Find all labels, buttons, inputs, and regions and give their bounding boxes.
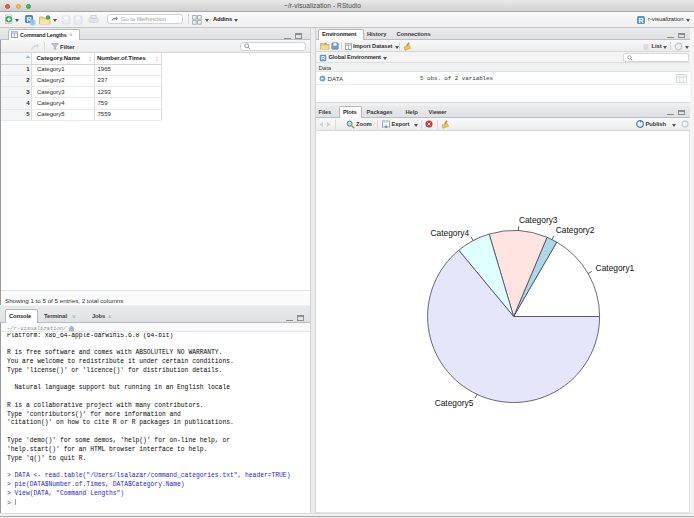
- svg-text:R: R: [320, 55, 324, 61]
- svg-text:Category2: Category2: [556, 224, 595, 234]
- svg-text:R: R: [638, 17, 643, 24]
- svg-text:Category1: Category1: [596, 263, 635, 273]
- svg-text:Category4: Category4: [430, 228, 469, 238]
- svg-text:Category3: Category3: [519, 214, 558, 224]
- svg-text:Category5: Category5: [435, 398, 474, 408]
